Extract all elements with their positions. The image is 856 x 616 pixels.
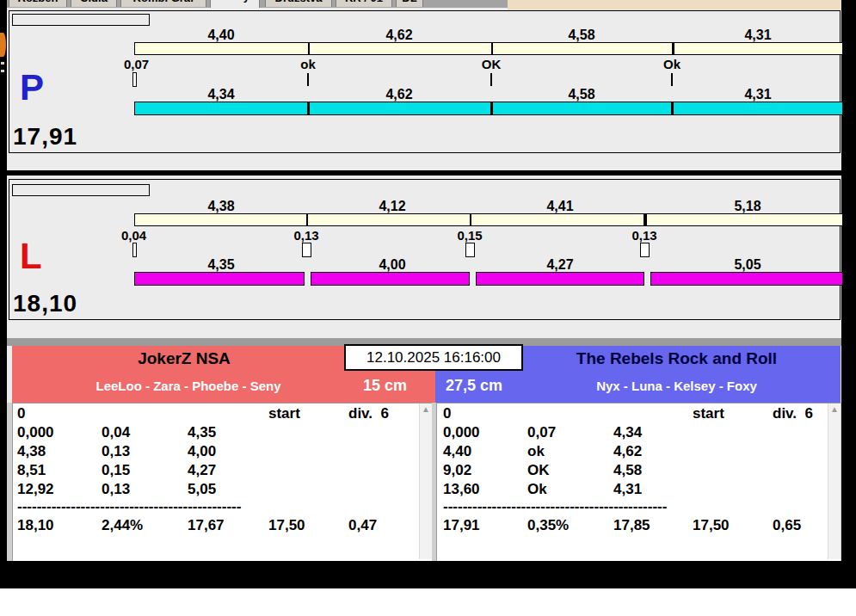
team-right-height: 27,5 cm — [446, 377, 502, 395]
bar-divider — [308, 43, 310, 54]
table-cell: Ok — [527, 481, 547, 498]
lane-l-gap-marker — [465, 243, 475, 257]
lane-p-top-value: 4,62 — [385, 28, 412, 43]
header-start: start — [268, 405, 300, 422]
header-pos: 0 — [17, 405, 25, 422]
background-text-fragment — [1, 62, 4, 65]
result-table-right: 0 start div. 6 0,000 0,07 4,34 4,40 ok 4… — [436, 403, 841, 561]
team-left-dogs: LeeLoo - Zara - Phoebe - Seny — [12, 379, 365, 393]
table-cell: 4,62 — [613, 443, 642, 460]
lane-l-mid-label: 0,13 — [293, 228, 318, 243]
lane-l-time-bar-segment — [311, 272, 470, 286]
table-cell: 0,13 — [102, 443, 130, 460]
table-cell: 0,04 — [102, 424, 130, 441]
lane-p-traffic-light — [12, 14, 150, 26]
bar-divider — [306, 214, 308, 225]
total-cell: 17,85 — [613, 517, 650, 534]
tab-dl[interactable]: DL — [396, 0, 423, 7]
header-div: div. 6 — [773, 405, 813, 422]
table-cell: 4,34 — [613, 424, 642, 441]
tab-grafy[interactable]: Grafy — [210, 0, 260, 8]
table-cell: 4,40 — [443, 443, 471, 460]
scrollbar[interactable]: ▲ — [419, 403, 432, 559]
total-cell: 17,50 — [268, 517, 305, 534]
table-cell: 12,92 — [17, 481, 54, 498]
table-cell: 4,00 — [188, 443, 216, 460]
desktop-right-strip — [841, 0, 856, 588]
lane-l-top-value: 4,38 — [207, 199, 234, 214]
tab-bar: Rozbeh Cidla Kombi Graf Grafy Druzstva K… — [7, 0, 508, 8]
table-cell: 9,02 — [443, 462, 471, 479]
total-cell: 18,10 — [17, 517, 54, 534]
tab-rozbeh[interactable]: Rozbeh — [9, 0, 67, 7]
total-cell: 17,67 — [188, 517, 225, 534]
table-cell: 0,000 — [17, 424, 54, 441]
lane-p-change-marker — [490, 73, 492, 86]
team-left-height: 15 cm — [363, 377, 407, 395]
lane-l-time-bar-segment — [476, 272, 644, 286]
lane-p-letter: P — [20, 70, 44, 106]
lane-l-mid-label: 0,04 — [121, 228, 146, 243]
lane-p-total-time: 17,91 — [13, 123, 77, 151]
scroll-up-icon[interactable]: ▲ — [828, 403, 841, 416]
table-cell: 4,27 — [188, 462, 216, 479]
table-cell: 0,07 — [527, 424, 556, 441]
lane-l-panel: L 4,38 4,12 4,41 5,18 0,04 0,13 0,15 0,1… — [9, 179, 841, 320]
scrollbar[interactable]: ▲ — [828, 403, 841, 559]
table-divider-dashes: ----------------------------------------… — [443, 498, 698, 515]
table-cell: 8,51 — [17, 462, 46, 479]
lane-l-bottom-value: 4,35 — [207, 257, 234, 273]
scroll-up-icon[interactable]: ▲ — [420, 403, 432, 416]
table-divider-dashes: ----------------------------------------… — [17, 498, 272, 515]
lane-l-judge-bar — [134, 213, 843, 226]
lane-l-time-bar-segment — [134, 272, 305, 286]
team-left-name: JokerZ NSA — [12, 349, 356, 368]
table-cell: 4,38 — [17, 443, 46, 460]
total-cell: 17,91 — [443, 517, 480, 534]
lane-p-mid-label: OK — [482, 57, 502, 71]
lane-p-start-marker — [132, 72, 137, 87]
table-cell: 4,58 — [613, 462, 642, 479]
lane-l-start-marker — [132, 243, 137, 257]
tab-kombi-graf[interactable]: Kombi Graf — [120, 0, 206, 7]
header-div: div. 6 — [348, 405, 389, 422]
header-start: start — [693, 405, 724, 422]
bar-divider — [672, 43, 674, 54]
table-cell: 13,60 — [443, 481, 480, 498]
team-right-dogs: Nyx - Luna - Kelsey - Foxy — [513, 379, 841, 393]
total-cell: 0,47 — [348, 517, 377, 534]
table-cell: 0,13 — [102, 481, 130, 498]
result-table-left: 0 start div. 6 0,000 0,04 4,35 4,38 0,13… — [12, 403, 432, 561]
table-cell: 0,15 — [102, 462, 130, 479]
tab-cidla[interactable]: Cidla — [71, 0, 117, 7]
lane-p-bottom-value: 4,62 — [385, 87, 412, 102]
total-cell: 0,65 — [773, 517, 801, 534]
bar-divider — [644, 214, 647, 225]
desktop-left-strip — [0, 0, 7, 588]
table-cell: 4,31 — [613, 481, 642, 498]
table-cell: OK — [527, 462, 550, 479]
lane-l-gap-marker — [302, 243, 311, 257]
lane-l-traffic-light — [12, 184, 150, 196]
lane-p-change-marker — [307, 73, 309, 86]
bottom-black-band — [0, 561, 856, 588]
tab-kr-01[interactable]: KR / 01 — [336, 0, 392, 7]
lane-p-bottom-value: 4,31 — [744, 87, 771, 102]
bar-divider — [491, 43, 493, 54]
lane-p-mid-label: ok — [300, 57, 316, 71]
lane-l-time-bar-segment — [650, 272, 843, 286]
lane-p-mid-label: 0,07 — [124, 57, 149, 71]
lane-p-panel: P 4,40 4,62 4,58 4,31 0,07 ok OK Ok 4,34… — [9, 10, 841, 153]
table-cell: ok — [527, 443, 545, 460]
table-cell: 5,05 — [188, 481, 216, 498]
tab-druzstva[interactable]: Druzstva — [265, 0, 332, 7]
lane-separator — [7, 170, 841, 176]
lane-l-mid-label: 0,13 — [631, 228, 656, 243]
lane-l-bottom-value: 4,27 — [546, 257, 573, 273]
lane-l-top-value: 5,18 — [734, 199, 761, 214]
screen: { "tabs": ["Rozbeh", "Cidla", "Kombi Gra… — [0, 0, 856, 616]
bar-divider — [307, 102, 310, 114]
header-pos: 0 — [443, 405, 451, 422]
team-right-name: The Rebels Rock and Roll — [513, 349, 841, 368]
total-cell: 17,50 — [693, 517, 730, 534]
